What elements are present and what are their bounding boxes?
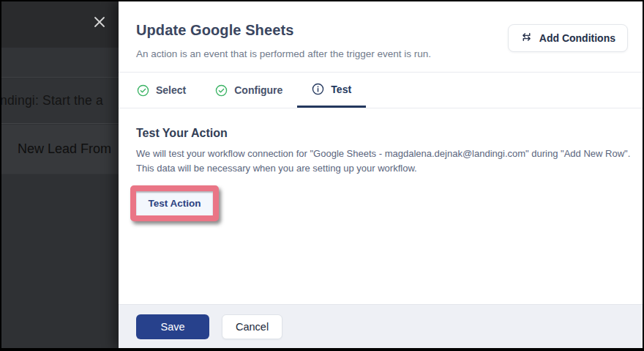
background-trigger-row: ndingi: Start the a [1,78,119,124]
cancel-button[interactable]: Cancel [222,314,282,339]
check-circle-icon [137,84,149,97]
action-config-panel: Update Google Sheets An action is an eve… [119,1,643,348]
background-lead-text: New Lead From [18,141,111,157]
panel-footer: Save Cancel [119,304,643,348]
test-tab-content: Test Your Action We will test your workf… [119,108,643,221]
tab-test[interactable]: Test [297,73,366,108]
tab-configure[interactable]: Configure [201,73,297,108]
add-conditions-button[interactable]: Add Conditions [508,24,628,52]
close-button[interactable] [91,15,108,32]
check-circle-icon [215,84,228,97]
background-lead-row: New Lead From [1,125,119,174]
tab-select-label: Select [156,84,186,96]
background-empty-area [1,175,119,348]
add-conditions-label: Add Conditions [539,32,615,44]
close-icon [92,15,107,32]
panel-header: Update Google Sheets An action is an eve… [119,1,643,73]
save-button[interactable]: Save [136,314,209,339]
test-action-button[interactable]: Test Action [136,191,213,215]
section-heading: Test Your Action [136,127,619,140]
info-circle-icon [312,83,324,95]
tab-test-label: Test [331,84,351,95]
swap-arrows-icon [520,31,533,45]
background-trigger-text: ndingi: Start the a [1,93,103,108]
highlight-annotation-box: Test Action [130,185,219,221]
tab-configure-label: Configure [234,84,282,96]
section-description: We will test your workflow connection fo… [136,147,635,176]
tab-select[interactable]: Select [137,73,201,108]
dimmed-background: ndingi: Start the a New Lead From [1,1,119,348]
screenshot-frame: ndingi: Start the a New Lead From Update… [0,0,644,351]
step-tabs: Select Configure [119,73,643,108]
background-toolbar-band [1,48,119,78]
